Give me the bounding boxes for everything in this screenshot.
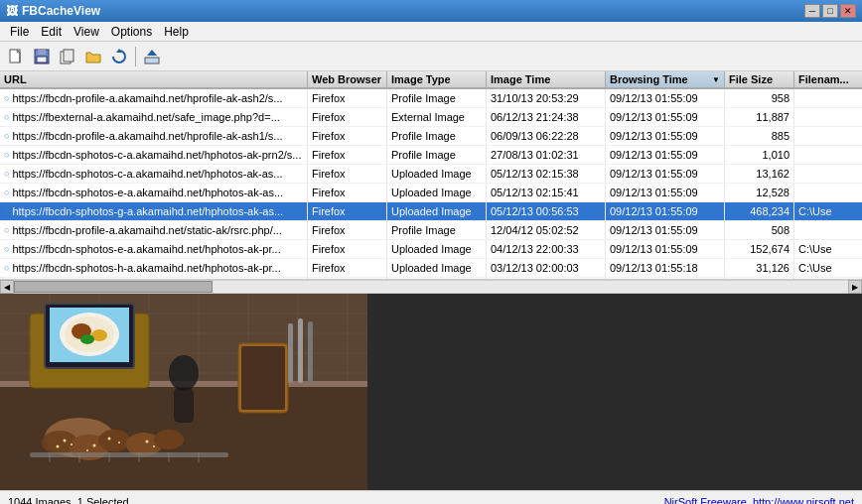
table-cell: Firefox	[308, 108, 387, 126]
svg-point-44	[108, 438, 111, 441]
hscroll-track[interactable]	[14, 281, 848, 293]
toolbar	[0, 42, 862, 71]
svg-point-41	[57, 445, 60, 448]
svg-point-45	[118, 441, 120, 443]
table-row[interactable]: ○https://fbcdn-profile-a.akamaihd.net/hp…	[0, 89, 862, 108]
table-container: URL Web Browser Image Type Image Time Br…	[0, 71, 862, 280]
menu-help[interactable]: Help	[158, 23, 195, 41]
table-cell: 12,528	[725, 184, 794, 201]
table-cell: 04/12/13 22:00:33	[487, 240, 606, 258]
table-cell: 31/10/13 20:53:29	[487, 89, 606, 107]
table-row[interactable]: ○https://fbcdn-sphotos-e-a.akamaihd.net/…	[0, 240, 862, 259]
svg-point-39	[64, 440, 67, 442]
table-cell	[794, 108, 862, 126]
table-cell: ○https://fbcdn-profile-a.akamaihd.net/st…	[0, 221, 308, 239]
svg-point-43	[86, 449, 88, 451]
col-imgtime-header[interactable]: Image Time	[487, 71, 606, 87]
svg-rect-6	[64, 50, 73, 62]
table-cell: Uploaded Image	[387, 278, 487, 279]
table-cell: Uploaded Image	[387, 202, 487, 220]
table-row[interactable]: ○https://fbcdn-profile-a.akamaihd.net/st…	[0, 221, 862, 240]
col-imgtype-header[interactable]: Image Type	[387, 71, 487, 87]
menu-file[interactable]: File	[4, 23, 35, 41]
table-cell: C:\Use	[794, 278, 862, 279]
minimize-button[interactable]: ─	[804, 4, 820, 18]
table-cell: 12/04/12 05:02:52	[487, 221, 606, 239]
table-row[interactable]: ○https://fbcdn-sphotos-c-a.akamaihd.net/…	[0, 278, 862, 279]
url-icon: ○	[4, 150, 9, 160]
menu-edit[interactable]: Edit	[35, 23, 68, 41]
table-cell: 810,407	[725, 278, 794, 279]
menubar: File Edit View Options Help	[0, 22, 862, 42]
table-cell: C:\Use	[794, 202, 862, 220]
table-row[interactable]: ○https://fbcdn-sphotos-e-a.akamaihd.net/…	[0, 184, 862, 202]
toolbar-folder[interactable]	[81, 45, 105, 68]
close-button[interactable]: ✕	[840, 4, 856, 18]
svg-point-32	[80, 334, 94, 344]
toolbar-refresh[interactable]	[107, 45, 131, 68]
col-browser-header[interactable]: Web Browser	[308, 71, 387, 87]
url-icon: ○	[4, 93, 9, 103]
table-row[interactable]: ○https://fbcdn-profile-a.akamaihd.net/hp…	[0, 127, 862, 146]
table-cell: Profile Image	[387, 146, 487, 164]
toolbar-separator	[135, 47, 136, 66]
toolbar-save[interactable]	[30, 45, 54, 68]
svg-point-60	[169, 355, 199, 391]
table-cell	[794, 127, 862, 145]
table-rows: ○https://fbcdn-profile-a.akamaihd.net/hp…	[0, 89, 862, 279]
svg-rect-61	[174, 388, 194, 423]
horizontal-scrollbar[interactable]: ◀ ▶	[0, 280, 862, 294]
table-cell: 05/12/13 00:56:53	[487, 202, 606, 220]
table-cell: Uploaded Image	[387, 184, 487, 201]
maximize-button[interactable]: □	[822, 4, 838, 18]
statusbar-count: 1044 Images, 1 Selected	[8, 496, 129, 505]
table-cell: ○https://fbexternal-a.akamaihd.net/safe_…	[0, 108, 308, 126]
table-cell: 885	[725, 127, 794, 145]
url-icon: ○	[4, 169, 9, 179]
url-icon: ○	[4, 131, 9, 141]
hscroll-thumb[interactable]	[14, 281, 213, 293]
column-header: URL Web Browser Image Type Image Time Br…	[0, 71, 862, 89]
hscroll-left-btn[interactable]: ◀	[0, 280, 14, 294]
col-url-header[interactable]: URL	[0, 71, 308, 87]
col-browsetime-header[interactable]: Browsing Time ▼	[606, 71, 725, 87]
table-cell: 09/12/13 01:55:09	[606, 240, 725, 258]
menu-options[interactable]: Options	[105, 23, 158, 41]
table-cell: 468,234	[725, 202, 794, 220]
table-cell: 06/09/13 06:22:28	[487, 127, 606, 145]
svg-rect-58	[298, 318, 303, 383]
preview-image	[0, 294, 367, 490]
table-cell: 11,887	[725, 108, 794, 126]
table-cell: Firefox	[308, 278, 387, 279]
svg-point-46	[146, 441, 149, 443]
preview-svg	[0, 294, 367, 490]
table-cell: C:\Use	[794, 240, 862, 258]
table-row[interactable]: ○https://fbcdn-sphotos-c-a.akamaihd.net/…	[0, 146, 862, 165]
table-row[interactable]: ○https://fbcdn-sphotos-h-a.akamaihd.net/…	[0, 259, 862, 278]
table-row[interactable]: ○https://fbexternal-a.akamaihd.net/safe_…	[0, 108, 862, 127]
table-cell: 05/12/13 02:15:41	[487, 184, 606, 201]
table-row[interactable]: ○https://fbcdn-sphotos-g-a.akamaihd.net/…	[0, 202, 862, 221]
menu-view[interactable]: View	[68, 23, 105, 41]
table-cell: Firefox	[308, 184, 387, 201]
table-cell: Firefox	[308, 259, 387, 277]
app-icon: 🖼	[6, 4, 18, 18]
url-icon: ○	[4, 244, 9, 254]
statusbar-nirsoft: NirSoft Freeware. http://www.nirsoft.net	[664, 496, 854, 505]
url-icon: ○	[4, 112, 9, 122]
table-cell: Uploaded Image	[387, 165, 487, 183]
table-cell: 06/12/13 21:24:38	[487, 108, 606, 126]
toolbar-copy[interactable]	[56, 45, 79, 68]
col-filename-header[interactable]: Filenam...	[794, 71, 862, 87]
table-cell: Profile Image	[387, 221, 487, 239]
toolbar-export[interactable]	[140, 45, 164, 68]
toolbar-new[interactable]	[4, 45, 28, 68]
table-cell: 152,674	[725, 240, 794, 258]
col-filesize-header[interactable]: File Size	[725, 71, 794, 87]
table-row[interactable]: ○https://fbcdn-sphotos-c-a.akamaihd.net/…	[0, 165, 862, 184]
url-icon: ○	[4, 225, 9, 235]
table-cell: ○https://fbcdn-sphotos-c-a.akamaihd.net/…	[0, 146, 308, 164]
table-cell: Firefox	[308, 127, 387, 145]
table-cell: 508	[725, 221, 794, 239]
hscroll-right-btn[interactable]: ▶	[848, 280, 862, 294]
